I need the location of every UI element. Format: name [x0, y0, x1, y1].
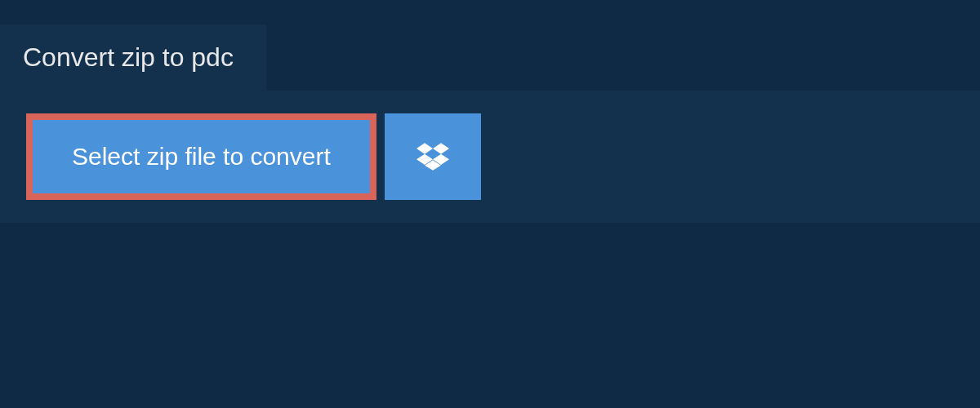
dropbox-button[interactable] [385, 113, 481, 200]
dropbox-icon [416, 140, 449, 173]
page-title: Convert zip to pdc [23, 42, 234, 72]
button-row: Select zip file to convert [26, 113, 954, 200]
tab-header: Convert zip to pdc [0, 24, 266, 91]
select-file-button[interactable]: Select zip file to convert [26, 113, 376, 200]
upload-panel: Select zip file to convert [0, 91, 980, 223]
